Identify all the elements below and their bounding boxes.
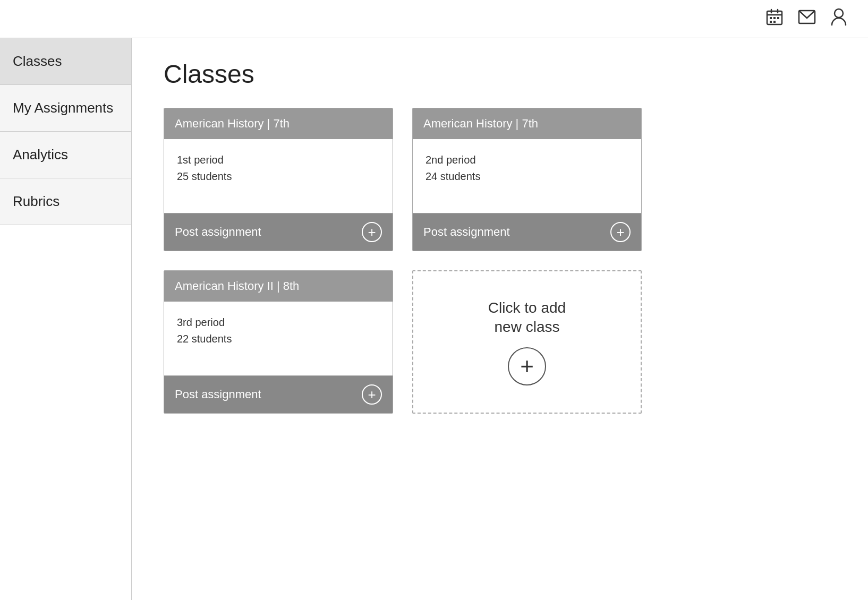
header [0,0,868,38]
sidebar: Classes My Assignments Analytics Rubrics [0,38,132,600]
user-icon[interactable] [831,8,847,30]
calendar-icon[interactable] [766,8,783,29]
content-area: Classes American History | 7th 1st perio… [132,38,868,600]
classes-grid: American History | 7th 1st period 25 stu… [164,108,642,414]
card-body-2: 3rd period 22 students [164,302,393,376]
header-icons [766,8,847,30]
svg-rect-8 [773,21,776,23]
svg-rect-6 [777,17,779,19]
card-body-0: 1st period 25 students [164,139,393,213]
post-assignment-button-2[interactable]: Post assignment + [164,376,393,413]
plus-circle-icon-2: + [362,384,382,405]
class-card-1: American History | 7th 2nd period 24 stu… [412,108,642,251]
add-class-text: Click to addnew class [488,298,566,337]
card-header-1: American History | 7th [413,108,641,139]
add-class-card[interactable]: Click to addnew class + [412,270,642,414]
page-title: Classes [164,59,836,89]
class-card-2: American History II | 8th 3rd period 22 … [164,270,393,414]
svg-rect-4 [770,17,772,19]
add-class-plus-icon: + [508,347,546,385]
card-header-0: American History | 7th [164,108,393,139]
sidebar-item-my-assignments[interactable]: My Assignments [0,85,131,132]
card-header-2: American History II | 8th [164,271,393,302]
sidebar-item-classes[interactable]: Classes [0,38,131,85]
main-layout: Classes My Assignments Analytics Rubrics… [0,38,868,600]
svg-rect-7 [770,21,772,23]
post-assignment-button-1[interactable]: Post assignment + [413,213,641,251]
svg-rect-5 [773,17,776,19]
mail-icon[interactable] [798,10,816,28]
sidebar-item-rubrics[interactable]: Rubrics [0,178,131,225]
sidebar-item-analytics[interactable]: Analytics [0,132,131,178]
svg-point-10 [835,9,843,18]
card-body-1: 2nd period 24 students [413,139,641,213]
post-assignment-button-0[interactable]: Post assignment + [164,213,393,251]
plus-circle-icon-0: + [362,222,382,242]
class-card-0: American History | 7th 1st period 25 stu… [164,108,393,251]
plus-circle-icon-1: + [610,222,631,242]
